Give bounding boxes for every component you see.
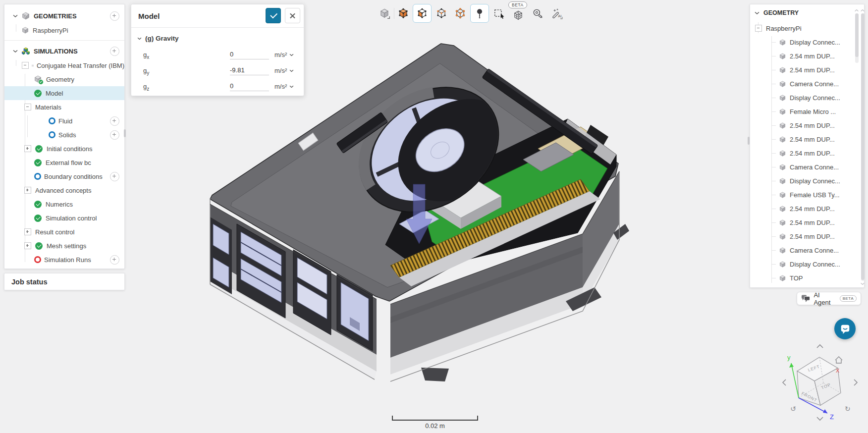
scroll-up-icon[interactable] <box>860 9 865 12</box>
face-select-button[interactable] <box>413 4 432 23</box>
sidebar-item-external-flow-bc[interactable]: External flow bc <box>4 156 124 169</box>
sidebar-item-numerics[interactable]: Numerics <box>4 197 124 211</box>
sidebar-item-geometry[interactable]: Geometry <box>4 72 124 86</box>
sidebar-item-model[interactable]: Model <box>4 86 124 100</box>
add-simulation-run-button[interactable] <box>110 255 119 265</box>
collapse-expander[interactable] <box>24 104 31 110</box>
geometry-part-item[interactable]: Display Connec... <box>750 257 864 271</box>
sidebar-item-mesh-settings[interactable]: Mesh settings <box>4 239 124 253</box>
check-complete-icon <box>34 159 42 166</box>
part-label: TOP <box>790 274 803 282</box>
rotate-ccw-button[interactable]: ↺ <box>790 405 796 413</box>
probe-point-button[interactable] <box>470 4 489 23</box>
vertex-select-button[interactable] <box>451 4 470 23</box>
geometry-part-item[interactable]: 2.54 mm DUP... <box>750 63 864 77</box>
gz-label: gz <box>143 83 149 92</box>
sidebar-item-simulation-runs[interactable]: Simulation Runs <box>4 253 124 267</box>
rotate-cw-button[interactable]: ↻ <box>845 405 851 413</box>
geometry-part-item[interactable]: 2.54 mm DUP... <box>750 49 864 63</box>
orange-volume-cube-icon <box>397 7 409 19</box>
add-simulation-button[interactable] <box>110 47 119 56</box>
geometry-part-item[interactable]: Display Connec... <box>750 174 864 188</box>
confirm-button[interactable] <box>266 8 281 23</box>
view-right-button[interactable] <box>854 379 857 385</box>
volume-select-button[interactable] <box>394 4 413 23</box>
add-solid-button[interactable] <box>110 130 119 140</box>
add-geometry-button[interactable] <box>110 11 119 21</box>
add-boundary-condition-button[interactable] <box>110 172 119 181</box>
measure-button[interactable] <box>528 4 547 23</box>
expand-expander[interactable] <box>24 145 31 152</box>
home-view-button[interactable] <box>835 357 842 363</box>
gx-unit-select[interactable]: m/s² <box>274 51 294 58</box>
ai-icon-text: AI <box>558 14 561 18</box>
geometry-part-item[interactable]: Camera Conne... <box>750 160 864 174</box>
gravity-section-toggle[interactable]: (g) Gravity <box>137 35 179 42</box>
nav-cube-body[interactable]: LEFT FRONT TOP <box>797 357 841 405</box>
geometry-part-item[interactable]: 2.54 mm DUP... <box>750 132 864 146</box>
gz-unit-select[interactable]: m/s² <box>274 83 294 90</box>
sidebar-item-materials[interactable]: Materials <box>4 100 124 114</box>
box-select-button[interactable] <box>489 4 508 23</box>
sidebar-item-simulation[interactable]: Conjugate Heat Transfer (IBM) <box>4 58 124 72</box>
sidebar-item-solids[interactable]: Solids <box>4 128 124 142</box>
navigation-cube-widget[interactable]: ↺ ↻ LEFT FRONT TOP y Z X <box>780 341 865 430</box>
view-down-button[interactable] <box>817 417 823 420</box>
view-left-button[interactable] <box>783 379 786 385</box>
geometry-part-item[interactable]: 2.54 mm DUP... <box>750 146 864 160</box>
viewport-3d-canvas[interactable] <box>0 0 868 433</box>
view-up-button[interactable] <box>817 345 823 348</box>
inner-scrollbar-track[interactable] <box>855 13 859 63</box>
geometry-part-item[interactable]: Display Connec... <box>750 91 864 105</box>
scroll-up-icon[interactable] <box>854 9 859 12</box>
sidebar-item-raspberrypi[interactable]: RaspberryPi <box>4 23 124 37</box>
geometries-section-header[interactable]: GEOMETRIES <box>4 8 124 23</box>
expand-expander[interactable] <box>24 228 31 235</box>
outer-scrollbar-track[interactable] <box>861 13 865 281</box>
job-status-panel[interactable]: Job status <box>4 273 125 290</box>
outer-scrollbar-thumb[interactable] <box>861 13 865 280</box>
geometry-part-item[interactable]: 2.54 mm DUP... <box>750 216 864 229</box>
geometry-part-item[interactable]: 2.54 mm DUP... <box>750 118 864 132</box>
part-label: 2.54 mm DUP... <box>790 233 835 240</box>
geometry-root-item[interactable]: RaspberryPi <box>750 21 864 35</box>
left-panel-resize-grip[interactable] <box>124 129 126 137</box>
geometry-part-item[interactable]: 2.54 mm DUP... <box>750 202 864 216</box>
sidebar-item-initial-conditions[interactable]: Initial conditions <box>4 142 124 156</box>
expand-expander[interactable] <box>24 242 31 249</box>
gravity-x-row: gx m/s² <box>131 48 304 63</box>
right-panel-resize-grip[interactable] <box>748 137 750 145</box>
x-axis-label: X <box>836 368 840 374</box>
gz-input[interactable] <box>230 81 269 91</box>
edge-select-button[interactable] <box>432 4 451 23</box>
sidebar-item-fluid[interactable]: Fluid <box>4 114 124 128</box>
geometry-part-item[interactable]: Camera Conne... <box>750 77 864 91</box>
geometry-part-item[interactable]: Display Connec... <box>750 35 864 49</box>
inner-scrollbar-thumb[interactable] <box>855 13 859 57</box>
geometry-part-item[interactable]: Female Micro ... <box>750 105 864 118</box>
sidebar-item-result-control[interactable]: Result control <box>4 225 124 239</box>
geometry-part-item[interactable]: Camera Conne... <box>750 243 864 257</box>
geometry-part-item[interactable]: 2.54 mm DUP... <box>750 229 864 243</box>
gy-input[interactable] <box>230 65 269 75</box>
add-fluid-button[interactable] <box>110 116 119 126</box>
select-body-button[interactable] <box>375 4 394 23</box>
gx-input[interactable] <box>230 50 269 59</box>
sidebar-item-boundary-conditions[interactable]: Boundary conditions <box>4 169 124 183</box>
simulations-section-header[interactable]: SIMULATIONS <box>4 44 124 58</box>
collapse-expander[interactable] <box>755 25 762 32</box>
geometry-panel-header[interactable]: GEOMETRY <box>750 4 864 21</box>
ai-agent-button[interactable]: AI Agent BETA <box>797 292 861 305</box>
support-chat-button[interactable] <box>834 318 856 339</box>
gy-label: gy <box>143 67 149 76</box>
sidebar-item-advanced-concepts[interactable]: Advanced concepts <box>4 183 124 197</box>
ai-optimize-button[interactable]: AI <box>547 4 566 23</box>
close-button[interactable] <box>285 8 300 23</box>
geometry-part-item[interactable]: Female USB Ty... <box>750 188 864 202</box>
expand-expander[interactable] <box>24 187 31 194</box>
scroll-down-icon[interactable] <box>860 282 865 285</box>
geometry-part-item[interactable]: TOP <box>750 271 864 285</box>
collapse-expander[interactable] <box>22 62 29 69</box>
gy-unit-select[interactable]: m/s² <box>274 67 294 74</box>
sidebar-item-simulation-control[interactable]: Simulation control <box>4 211 124 225</box>
